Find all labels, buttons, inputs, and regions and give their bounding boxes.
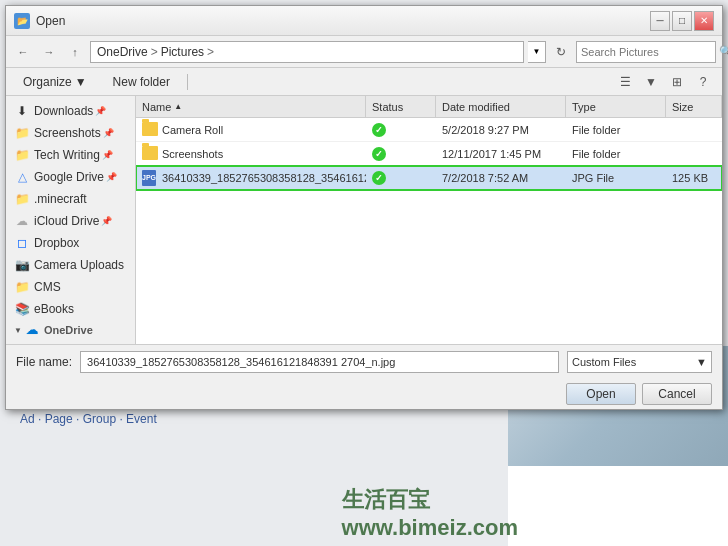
- search-input[interactable]: [581, 46, 719, 58]
- forward-button[interactable]: →: [38, 41, 60, 63]
- address-dropdown[interactable]: ▼: [528, 41, 546, 63]
- col-size-label: Size: [672, 101, 693, 113]
- sidebar-item-ebooks[interactable]: 📚 eBooks: [6, 298, 135, 320]
- table-row[interactable]: Screenshots ✓ 12/11/2017 1:45 PM File fo…: [136, 142, 722, 166]
- col-header-name[interactable]: Name ▲: [136, 96, 366, 117]
- close-button[interactable]: ✕: [694, 11, 714, 31]
- sidebar-item-dropbox-label: Dropbox: [34, 236, 79, 250]
- col-date-label: Date modified: [442, 101, 510, 113]
- col-header-size[interactable]: Size: [666, 96, 722, 117]
- up-button[interactable]: ↑: [64, 41, 86, 63]
- minimize-button[interactable]: ─: [650, 11, 670, 31]
- sidebar-item-camera-uploads[interactable]: 📷 Camera Uploads: [6, 254, 135, 276]
- toolbar: Organize ▼ New folder ☰ ▼ ⊞ ?: [6, 68, 722, 96]
- ebooks-icon: 📚: [14, 301, 30, 317]
- help-button[interactable]: ?: [692, 71, 714, 93]
- maximize-button[interactable]: □: [672, 11, 692, 31]
- search-box[interactable]: 🔍: [576, 41, 716, 63]
- dialog-title: Open: [36, 14, 650, 28]
- sidebar-item-icloud[interactable]: ☁ iCloud Drive 📌: [6, 210, 135, 232]
- toolbar-separator: [187, 74, 188, 90]
- sidebar-item-screenshots[interactable]: 📁 Screenshots 📌: [6, 122, 135, 144]
- filetype-dropdown[interactable]: Custom Files ▼: [567, 351, 712, 373]
- file-list-container: Name ▲ Status Date modified Type Size: [136, 96, 722, 344]
- path-onedrive: OneDrive: [97, 45, 148, 59]
- col-name-label: Name: [142, 101, 171, 113]
- sidebar-item-dropbox[interactable]: ◻ Dropbox: [6, 232, 135, 254]
- dialog-icon: 📂: [14, 13, 30, 29]
- table-row[interactable]: Camera Roll ✓ 5/2/2018 9:27 PM File fold…: [136, 118, 722, 142]
- icloud-icon: ☁: [14, 213, 30, 229]
- organize-label: Organize: [23, 75, 72, 89]
- col-header-date[interactable]: Date modified: [436, 96, 566, 117]
- sidebar-item-downloads[interactable]: ⬇ Downloads 📌: [6, 100, 135, 122]
- sidebar-item-tech-writing[interactable]: 📁 Tech Writing 📌: [6, 144, 135, 166]
- sidebar-item-minecraft[interactable]: 📁 .minecraft: [6, 188, 135, 210]
- col-header-type[interactable]: Type: [566, 96, 666, 117]
- filename-label: File name:: [16, 355, 72, 369]
- dropbox-icon: ◻: [14, 235, 30, 251]
- file-type-screenshots: File folder: [566, 142, 666, 165]
- sidebar-item-cms[interactable]: 📁 CMS: [6, 276, 135, 298]
- organize-arrow: ▼: [75, 75, 87, 89]
- sidebar-item-screenshots-label: Screenshots: [34, 126, 101, 140]
- folder-icon-camera-roll: [142, 122, 158, 138]
- pin-icon-screenshots: 📌: [103, 128, 114, 138]
- address-path[interactable]: OneDrive > Pictures >: [90, 41, 524, 63]
- file-size-jpg: 125 KB: [666, 166, 722, 189]
- col-status-label: Status: [372, 101, 403, 113]
- title-bar-controls: ─ □ ✕: [650, 11, 714, 31]
- refresh-button[interactable]: ↻: [550, 41, 572, 63]
- path-arrow-1: >: [151, 45, 158, 59]
- onedrive-group-icon: ☁: [24, 322, 40, 338]
- main-area: ⬇ Downloads 📌 📁 Screenshots 📌 📁 Tech Wri…: [6, 96, 722, 344]
- create-links: Ad · Page · Group · Event: [20, 412, 157, 426]
- sidebar-item-cms-label: CMS: [34, 280, 61, 294]
- file-date-screenshots: 12/11/2017 1:45 PM: [436, 142, 566, 165]
- minecraft-icon: 📁: [14, 191, 30, 207]
- file-list: Camera Roll ✓ 5/2/2018 9:27 PM File fold…: [136, 118, 722, 344]
- cancel-button[interactable]: Cancel: [642, 383, 712, 405]
- file-size-camera-roll: [666, 118, 722, 141]
- file-type-jpg: JPG File: [566, 166, 666, 189]
- pin-icon-google-drive: 📌: [106, 172, 117, 182]
- sidebar-item-camera-uploads-label: Camera Uploads: [34, 258, 124, 272]
- sidebar-item-google-drive-label: Google Drive: [34, 170, 104, 184]
- onedrive-group[interactable]: ▼ ☁ OneDrive: [6, 320, 135, 340]
- sidebar-item-tech-writing-label: Tech Writing: [34, 148, 100, 162]
- organize-button[interactable]: Organize ▼: [14, 71, 96, 93]
- pin-icon-tech-writing: 📌: [102, 150, 113, 160]
- new-folder-button[interactable]: New folder: [104, 71, 179, 93]
- back-button[interactable]: ←: [12, 41, 34, 63]
- jpg-file-icon: JPG: [142, 170, 158, 186]
- sidebar-item-minecraft-label: .minecraft: [34, 192, 87, 206]
- file-status-jpg: ✓: [366, 166, 436, 189]
- watermark: 生活百宝www.bimeiz.com: [342, 485, 518, 541]
- sidebar-item-google-drive[interactable]: △ Google Drive 📌: [6, 166, 135, 188]
- pin-icon-icloud: 📌: [101, 216, 112, 226]
- file-status-camera-roll: ✓: [366, 118, 436, 141]
- file-list-header: Name ▲ Status Date modified Type Size: [136, 96, 722, 118]
- file-type-camera-roll: File folder: [566, 118, 666, 141]
- view-details-button[interactable]: ⊞: [666, 71, 688, 93]
- toolbar-right: ☰ ▼ ⊞ ?: [614, 71, 714, 93]
- sidebar: ⬇ Downloads 📌 📁 Screenshots 📌 📁 Tech Wri…: [6, 96, 136, 344]
- onedrive-group-label: OneDrive: [44, 324, 93, 336]
- action-bar: Open Cancel: [6, 379, 722, 409]
- search-icon[interactable]: 🔍: [719, 45, 728, 58]
- folder-icon-screenshots: [142, 146, 158, 162]
- file-name-camera-roll: Camera Roll: [136, 118, 366, 141]
- table-row[interactable]: JPG 36410339_1852765308358128_3546161218…: [136, 166, 722, 190]
- file-status-screenshots: ✓: [366, 142, 436, 165]
- google-drive-icon: △: [14, 169, 30, 185]
- col-header-status[interactable]: Status: [366, 96, 436, 117]
- screenshots-icon: 📁: [14, 125, 30, 141]
- view-list-button[interactable]: ☰: [614, 71, 636, 93]
- filetype-label: Custom Files: [572, 356, 636, 368]
- view-dropdown-button[interactable]: ▼: [640, 71, 662, 93]
- title-bar: 📂 Open ─ □ ✕: [6, 6, 722, 36]
- open-button[interactable]: Open: [566, 383, 636, 405]
- sort-arrow-name: ▲: [174, 102, 182, 111]
- downloads-icon: ⬇: [14, 103, 30, 119]
- filename-input[interactable]: [80, 351, 559, 373]
